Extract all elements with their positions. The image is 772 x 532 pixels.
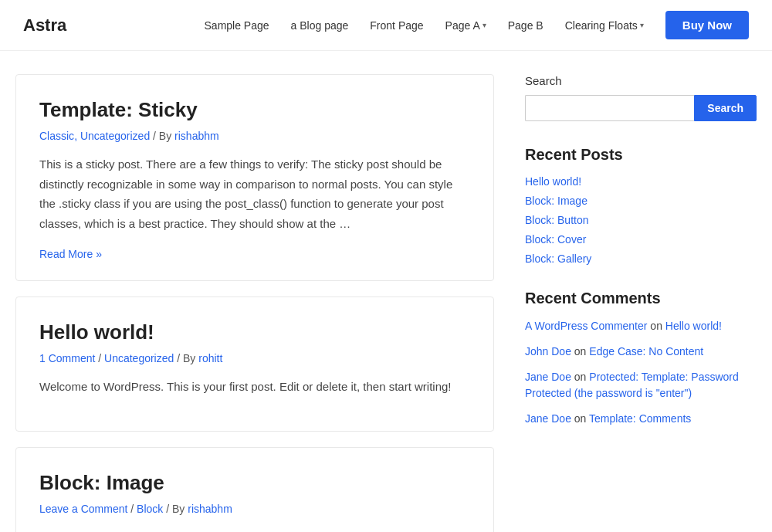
search-input[interactable] (525, 95, 694, 121)
list-item: Block: Image (525, 194, 757, 207)
recent-comments-heading: Recent Comments (525, 290, 757, 307)
site-header: Astra Sample Page a Blog page Front Page… (0, 0, 772, 51)
recent-posts-heading: Recent Posts (525, 146, 757, 164)
post-card-hello-world: Hello world! 1 Comment / Uncategorized /… (15, 296, 494, 432)
post-meta-author3[interactable]: rishabhm (188, 503, 232, 515)
sidebar: Search Search Recent Posts Hello world! … (525, 74, 757, 532)
post-card-sticky: Template: Sticky Classic, Uncategorized … (15, 74, 494, 281)
list-item: Block: Gallery (525, 252, 757, 265)
list-item: Jane Doe on Protected: Template: Passwor… (525, 369, 757, 402)
recent-posts-list: Hello world! Block: Image Block: Button … (525, 175, 757, 265)
comment-post-link-4[interactable]: Template: Comments (589, 412, 691, 425)
nav-page-a[interactable]: Page A ▾ (438, 15, 494, 36)
post-meta-author[interactable]: rishabhm (174, 130, 219, 142)
page-wrapper: Template: Sticky Classic, Uncategorized … (0, 51, 772, 532)
list-item: Block: Button (525, 213, 757, 226)
search-label: Search (525, 74, 757, 87)
list-item: Block: Cover (525, 232, 757, 246)
recent-comments-list: A WordPress Commenter on Hello world! Jo… (525, 318, 757, 427)
site-logo: Astra (23, 15, 66, 36)
post-meta-link-block[interactable]: Block (137, 503, 163, 515)
post-meta-link-leave-comment[interactable]: Leave a Comment (39, 503, 127, 515)
list-item: Hello world! (525, 175, 757, 188)
chevron-down-icon: ▾ (482, 21, 486, 29)
list-item: John Doe on Edge Case: No Content (525, 344, 757, 360)
recent-post-link-4[interactable]: Block: Cover (525, 233, 586, 246)
recent-post-link-1[interactable]: Hello world! (525, 175, 581, 188)
post-meta-sticky: Classic, Uncategorized / By rishabhm (39, 130, 470, 142)
commenter-link-3[interactable]: Jane Doe (525, 371, 571, 383)
sidebar-recent-comments: Recent Comments A WordPress Commenter on… (525, 290, 757, 427)
chevron-down-icon: ▾ (640, 21, 644, 29)
post-meta-author2[interactable]: rohitt (198, 352, 222, 364)
recent-post-link-5[interactable]: Block: Gallery (525, 252, 591, 265)
read-more-sticky[interactable]: Read More » (39, 248, 102, 260)
nav-clearing-floats[interactable]: Clearing Floats ▾ (557, 15, 652, 36)
nav-front-page[interactable]: Front Page (362, 15, 431, 36)
post-meta-link-uncategorized[interactable]: Uncategorized (80, 130, 150, 142)
commenter-link-2[interactable]: John Doe (525, 345, 571, 357)
recent-post-link-2[interactable]: Block: Image (525, 195, 587, 207)
post-meta-hello-world: 1 Comment / Uncategorized / By rohitt (39, 352, 470, 364)
search-row: Search (525, 95, 757, 121)
post-title-sticky: Template: Sticky (39, 98, 470, 122)
list-item: Jane Doe on Template: Comments (525, 411, 757, 427)
post-excerpt-hello-world: Welcome to WordPress. This is your first… (39, 377, 470, 397)
search-button[interactable]: Search (694, 95, 757, 121)
main-nav: Sample Page a Blog page Front Page Page … (197, 11, 749, 39)
post-title-block-image: Block: Image (39, 471, 470, 495)
recent-post-link-3[interactable]: Block: Button (525, 214, 589, 226)
commenter-link-1[interactable]: A WordPress Commenter (525, 320, 647, 332)
sidebar-recent-posts: Recent Posts Hello world! Block: Image B… (525, 146, 757, 265)
comment-post-link-1[interactable]: Hello world! (665, 320, 722, 332)
main-content: Template: Sticky Classic, Uncategorized … (15, 74, 494, 532)
nav-sample-page[interactable]: Sample Page (197, 15, 277, 36)
post-meta-link-classic[interactable]: Classic (39, 130, 74, 142)
commenter-link-4[interactable]: Jane Doe (525, 412, 571, 425)
sidebar-search-section: Search Search (525, 74, 757, 121)
post-card-block-image: Block: Image Leave a Comment / Block / B… (15, 447, 494, 533)
post-meta-link-uncategorized2[interactable]: Uncategorized (104, 352, 174, 364)
list-item: A WordPress Commenter on Hello world! (525, 318, 757, 334)
post-excerpt-sticky: This is a sticky post. There are a few t… (39, 154, 470, 233)
comment-post-link-2[interactable]: Edge Case: No Content (589, 345, 703, 357)
buy-now-button[interactable]: Buy Now (665, 11, 749, 39)
nav-page-b[interactable]: Page B (500, 15, 551, 36)
post-meta-link-comment[interactable]: 1 Comment (39, 352, 95, 364)
post-title-hello-world: Hello world! (39, 320, 470, 344)
nav-blog-page[interactable]: a Blog page (283, 15, 357, 36)
post-meta-block-image: Leave a Comment / Block / By rishabhm (39, 503, 470, 515)
